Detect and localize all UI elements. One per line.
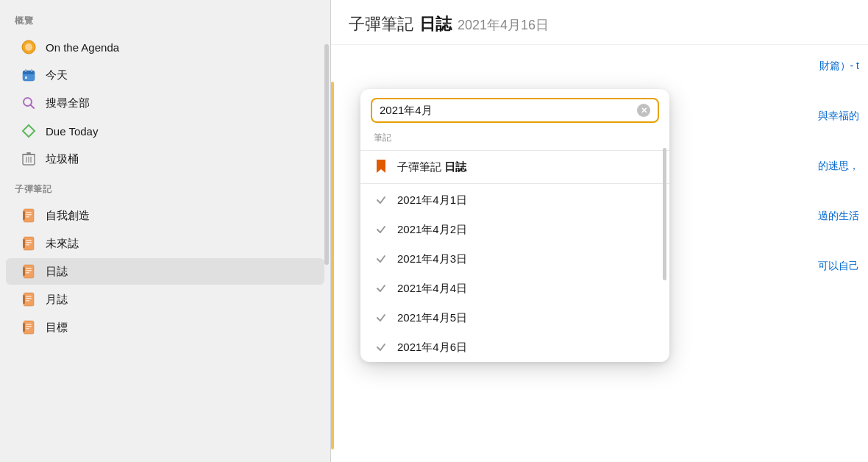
sidebar-item-label: 搜尋全部 — [46, 96, 90, 110]
svg-rect-19 — [26, 214, 32, 216]
dropdown-item-text: 2021年4月4日 — [397, 282, 467, 296]
svg-rect-21 — [24, 237, 34, 250]
svg-rect-33 — [26, 296, 32, 297]
svg-rect-25 — [26, 244, 29, 246]
svg-rect-20 — [26, 216, 29, 218]
dropdown-item-apr3[interactable]: 2021年4月3日 — [360, 244, 669, 274]
svg-rect-28 — [26, 268, 32, 269]
dropdown-item-text: 2021年4月1日 — [397, 193, 467, 207]
overview-section-label: 概覽 — [0, 15, 330, 33]
svg-rect-6 — [25, 77, 27, 79]
svg-rect-40 — [26, 328, 29, 330]
main-header: 子彈筆記 日誌 2021年4月16日 — [331, 0, 868, 45]
dropdown-section-label: 筆記 — [360, 129, 669, 149]
svg-line-8 — [31, 105, 35, 109]
svg-rect-18 — [26, 212, 32, 213]
sidebar-item-label: On the Agenda — [46, 41, 119, 54]
due-today-icon — [21, 123, 37, 139]
svg-rect-30 — [26, 272, 29, 274]
right-text-5: 可以自己 — [765, 260, 868, 273]
dropdown-item-apr1[interactable]: 2021年4月1日 — [360, 185, 669, 215]
check-icon-apr2 — [374, 222, 388, 237]
sidebar-scrollbar[interactable] — [324, 44, 329, 265]
notebook-icon — [21, 235, 37, 252]
right-text-1: 財篇）- t — [765, 60, 868, 73]
sidebar-item-label: Due Today — [46, 125, 98, 138]
search-input-wrapper[interactable]: ✕ — [371, 98, 659, 123]
check-icon-apr3 — [374, 252, 388, 266]
sidebar-item-daily-log[interactable]: 日誌 — [6, 258, 324, 285]
svg-rect-16 — [24, 209, 34, 222]
svg-rect-12 — [26, 152, 31, 154]
dropdown-item-apr2[interactable]: 2021年4月2日 — [360, 215, 669, 244]
svg-rect-36 — [24, 321, 34, 334]
right-text-3: 的迷思， — [765, 160, 868, 173]
notebook-icon — [21, 207, 37, 224]
sidebar-item-trash[interactable]: 垃圾桶 — [6, 146, 324, 172]
svg-rect-3 — [23, 71, 35, 74]
dropdown-item-text: 2021年4月6日 — [397, 341, 467, 355]
svg-rect-35 — [26, 300, 29, 302]
svg-rect-27 — [23, 267, 25, 276]
check-icon-apr4 — [374, 281, 388, 296]
search-clear-button[interactable]: ✕ — [637, 104, 650, 117]
dropdown-item-notebook[interactable]: 子彈筆記 日誌 — [360, 152, 669, 182]
sidebar-item-label: 自我創造 — [46, 209, 90, 223]
trash-icon — [21, 151, 37, 167]
sidebar-item-label: 今天 — [46, 68, 68, 82]
search-input[interactable] — [380, 104, 633, 117]
title-bold: 日誌 — [419, 13, 452, 35]
on-the-agenda-icon — [21, 39, 37, 55]
dropdown-item-apr4[interactable]: 2021年4月4日 — [360, 274, 669, 303]
right-text-4: 過的生活 — [765, 210, 868, 223]
check-icon-apr5 — [374, 310, 388, 325]
sidebar-item-due-today[interactable]: Due Today — [6, 118, 324, 144]
svg-marker-9 — [23, 125, 35, 137]
svg-rect-38 — [26, 324, 32, 325]
sidebar-item-label: 日誌 — [46, 265, 68, 279]
check-icon-apr1 — [374, 193, 388, 207]
notebook-icon — [21, 319, 37, 335]
sidebar-item-today[interactable]: 今天 — [6, 62, 324, 88]
sidebar-item-future-log[interactable]: 未來誌 — [6, 230, 324, 257]
right-partial-content: 財篇）- t 與幸福的 的迷思， 過的生活 可以自己 — [765, 60, 868, 273]
sidebar-item-monthly-log[interactable]: 月誌 — [6, 286, 324, 313]
sidebar-item-search-all[interactable]: 搜尋全部 — [6, 90, 324, 116]
svg-rect-37 — [23, 323, 25, 332]
svg-rect-5 — [31, 69, 32, 72]
notebook-icon — [21, 263, 37, 280]
svg-rect-17 — [23, 211, 25, 220]
svg-rect-11 — [22, 154, 35, 155]
right-text-2: 與幸福的 — [765, 110, 868, 123]
today-icon — [21, 67, 37, 83]
sidebar-item-label: 目標 — [46, 321, 68, 335]
svg-rect-34 — [26, 298, 32, 299]
svg-point-1 — [25, 43, 32, 51]
left-bracket — [331, 82, 334, 449]
dropdown-separator — [360, 150, 669, 151]
title-date: 2021年4月16日 — [458, 16, 549, 34]
search-dropdown: ✕ 筆記 子彈筆記 日誌 — [360, 89, 669, 362]
dropdown-item-apr6[interactable]: 2021年4月6日 — [360, 333, 669, 362]
check-icon-apr6 — [374, 340, 388, 355]
sidebar-item-goal[interactable]: 目標 — [6, 314, 324, 341]
sidebar-item-self-create[interactable]: 自我創造 — [6, 202, 324, 229]
sidebar-item-on-the-agenda[interactable]: On the Agenda — [6, 34, 324, 60]
title-prefix: 子彈筆記 — [349, 13, 413, 35]
sidebar-item-label: 未來誌 — [46, 237, 79, 251]
dropdown-item-text: 2021年4月5日 — [397, 311, 467, 325]
dropdown-item-text: 子彈筆記 日誌 — [397, 160, 466, 174]
dropdown-separator-2 — [360, 183, 669, 184]
search-input-row: ✕ — [360, 89, 669, 129]
dropdown-scrollbar[interactable] — [663, 148, 666, 280]
svg-rect-4 — [25, 69, 26, 72]
svg-rect-31 — [24, 293, 34, 306]
bookmark-icon — [374, 160, 388, 174]
svg-rect-39 — [26, 326, 32, 327]
notebook-icon — [21, 291, 37, 308]
svg-rect-22 — [23, 239, 25, 248]
dropdown-item-apr5[interactable]: 2021年4月5日 — [360, 303, 669, 333]
svg-rect-29 — [26, 270, 32, 271]
bullets-section-label: 子彈筆記 — [0, 183, 330, 202]
sidebar-item-label: 垃圾桶 — [46, 152, 79, 166]
